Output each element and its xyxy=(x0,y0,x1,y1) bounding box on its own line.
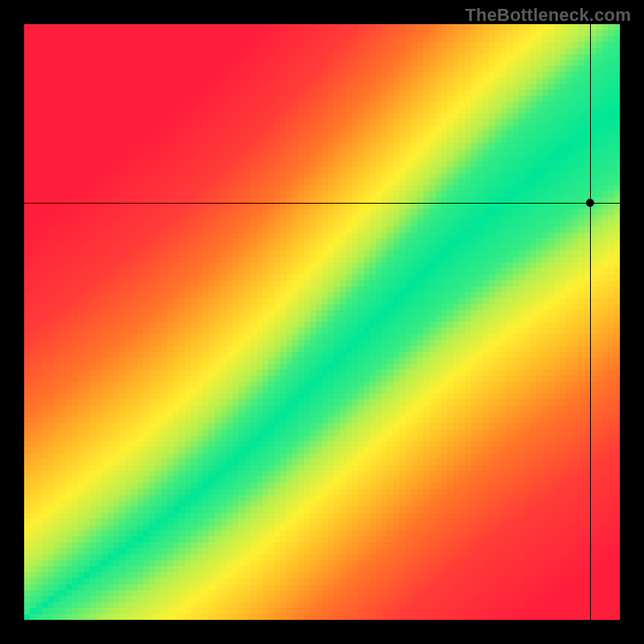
crosshair-horizontal xyxy=(24,203,620,204)
crosshair-vertical xyxy=(590,24,591,620)
heatmap-plot xyxy=(24,24,620,620)
watermark-text: TheBottleneck.com xyxy=(465,5,631,26)
selection-marker xyxy=(586,199,594,207)
heatmap-canvas xyxy=(24,24,620,620)
